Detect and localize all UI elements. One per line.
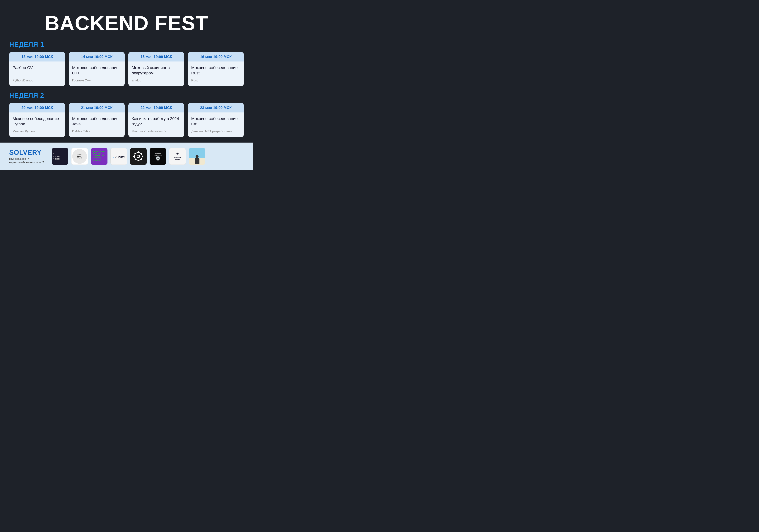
card-subtitle: Moscow Python xyxy=(13,130,62,133)
partner-codereview: #include <stdio> using std:: challenge l… xyxy=(91,148,107,165)
partner-uproger: uproger xyxy=(110,148,127,165)
week2-cards-row: 20 мая 19:00 МСК Моковое собеседование P… xyxy=(9,103,244,137)
codereview-text: #include <stdio> using std:: challenge l… xyxy=(93,151,105,162)
week2-card-1[interactable]: 20 мая 19:00 МСК Моковое собеседование P… xyxy=(9,103,65,137)
week1-section: НЕДЕЛЯ 1 13 мая 19:00 МСК Разбор CV Pyth… xyxy=(9,41,244,86)
card-title: Как искать работу в 2024 году? xyxy=(132,116,181,127)
card-date: 20 мая 19:00 МСК xyxy=(13,105,62,110)
week2-card-2[interactable]: 21 мая 19:00 МСК Моковое собеседование J… xyxy=(69,103,125,137)
card-header: 23 мая 19:00 МСК xyxy=(188,103,244,112)
partner-hardcore: Hardcoreprogrammer 💀 xyxy=(149,148,166,165)
hardcore-text: Hardcoreprogrammer xyxy=(153,152,162,156)
week1-label: НЕДЕЛЯ 1 xyxy=(9,41,244,48)
moscow-python-text: MoscowPython xyxy=(174,156,181,161)
card-date: 15 мая 19:00 МСК xyxy=(132,55,181,59)
dotnet-lines: 12 | {.Net}3 ▣▣▣ xyxy=(53,153,60,160)
card-title: Моковое собеседование Rust xyxy=(191,65,241,76)
card-header: 16 мая 19:00 МСК xyxy=(188,52,244,61)
card-date: 14 мая 19:00 МСК xyxy=(72,55,122,59)
card-title: Моковое собеседование Java xyxy=(72,116,122,127)
week1-card-4[interactable]: 16 мая 19:00 МСК Моковое собеседование R… xyxy=(188,52,244,86)
card-header: 14 мая 19:00 МСК xyxy=(69,52,125,61)
card-subtitle: Грогаем C++ xyxy=(72,79,122,82)
card-title: Моковое собеседование Python xyxy=(13,116,62,127)
partner-dotnet: 12 | {.Net}3 ▣▣▣ xyxy=(52,148,68,165)
uproger-text: uproger xyxy=(112,154,125,158)
card-body: Разбор CV Python/Django xyxy=(9,61,65,86)
card-title: Моковый скрининг с рекрутером xyxy=(132,65,181,76)
svg-rect-5 xyxy=(133,156,135,157)
partner-moscow-python: ★ MoscowPython xyxy=(169,148,186,165)
week2-card-4[interactable]: 23 мая 19:00 МСК Моковое собеседование C… xyxy=(188,103,244,137)
solvery-desc-line1: крупнейший в РФ xyxy=(9,157,30,160)
main-container: BACKEND FEST НЕДЕЛЯ 1 13 мая 19:00 МСК Р… xyxy=(0,0,253,137)
card-subtitle: artalog xyxy=(132,79,181,82)
svg-rect-3 xyxy=(138,151,139,153)
title-section: BACKEND FEST xyxy=(9,7,244,41)
card-header: 20 мая 19:00 МСК xyxy=(9,103,65,112)
rust-gear-icon: R xyxy=(133,151,144,162)
week1-cards-row: 13 мая 19:00 МСК Разбор CV Python/Django… xyxy=(9,52,244,86)
week2-label: НЕДЕЛЯ 2 xyxy=(9,92,244,99)
card-body: Моковый скрининг с рекрутером artalog xyxy=(128,61,184,86)
svg-rect-10 xyxy=(141,158,142,160)
svg-rect-4 xyxy=(138,160,139,161)
main-title: BACKEND FEST xyxy=(9,13,244,33)
card-header: 21 мая 19:00 МСК xyxy=(69,103,125,112)
card-date: 22 мая 19:00 МСК xyxy=(132,105,181,110)
week2-section: НЕДЕЛЯ 2 20 мая 19:00 МСК Моковое собесе… xyxy=(9,92,244,137)
card-subtitle: Rust xyxy=(191,79,241,82)
card-subtitle: DMdev Talks xyxy=(72,130,122,133)
footer: SOLVERY крупнейший в РФ маркет-плейс мен… xyxy=(0,143,253,170)
card-title: Разбор CV xyxy=(13,65,62,76)
week2-card-3[interactable]: 22 мая 19:00 МСК Как искать работу в 202… xyxy=(128,103,184,137)
card-title: Моковое собеседование C++ xyxy=(72,65,122,76)
card-body: Как искать работу в 2024 году? Макс из <… xyxy=(128,112,184,137)
card-body: Моковое собеседование C++ Грогаем C++ xyxy=(69,61,125,86)
partner-dmdev: TOMDEX DMDEV TALKS xyxy=(71,148,88,165)
svg-text:R: R xyxy=(137,155,139,158)
week1-card-3[interactable]: 15 мая 19:00 МСК Моковый скрининг с рекр… xyxy=(128,52,184,86)
card-date: 16 мая 19:00 МСК xyxy=(191,55,241,59)
card-header: 13 мая 19:00 МСК xyxy=(9,52,65,61)
card-subtitle: Дневник .NET разработчика xyxy=(191,130,241,133)
week1-card-2[interactable]: 14 мая 19:00 МСК Моковое собеседование C… xyxy=(69,52,125,86)
uproger-u-letter: u xyxy=(112,154,114,158)
svg-rect-8 xyxy=(141,153,142,154)
card-body: Моковое собеседование C# Дневник .NET ра… xyxy=(188,112,244,137)
partner-person-photo xyxy=(189,148,205,165)
card-body: Моковое собеседование Python Moscow Pyth… xyxy=(9,112,65,137)
card-subtitle: Python/Django xyxy=(13,79,62,82)
card-title: Моковое собеседование C# xyxy=(191,116,241,127)
solvery-brand: SOLVERY крупнейший в РФ маркет-плейс мен… xyxy=(9,149,46,164)
week1-card-1[interactable]: 13 мая 19:00 МСК Разбор CV Python/Django xyxy=(9,52,65,86)
footer-partners: 12 | {.Net}3 ▣▣▣ TOMDEX DMDEV TALKS #inc… xyxy=(52,148,244,165)
card-header: 22 мая 19:00 МСК xyxy=(128,103,184,112)
person-silhouette xyxy=(195,148,199,165)
hardcore-icon: 💀 xyxy=(156,156,160,161)
svg-rect-6 xyxy=(142,156,143,157)
moscow-python-star-icon: ★ xyxy=(176,152,179,156)
svg-rect-7 xyxy=(134,153,136,154)
dmdev-inner: TOMDEX DMDEV TALKS xyxy=(72,149,87,164)
card-date: 21 мая 19:00 МСК xyxy=(72,105,122,110)
svg-rect-9 xyxy=(134,158,136,160)
solvery-desc-line2: маркет-плейс менторов из IT xyxy=(9,161,44,164)
card-subtitle: Макс из < codereview /> xyxy=(132,130,181,133)
card-body: Моковое собеседование Java DMdev Talks xyxy=(69,112,125,137)
card-header: 15 мая 19:00 МСК xyxy=(128,52,184,61)
card-date: 23 мая 19:00 МСК xyxy=(191,105,241,110)
partner-rust: R xyxy=(130,148,147,165)
card-date: 13 мая 19:00 МСК xyxy=(13,55,62,59)
card-body: Моковое собеседование Rust Rust xyxy=(188,61,244,86)
solvery-logo: SOLVERY xyxy=(9,149,46,156)
solvery-desc: крупнейший в РФ маркет-плейс менторов из… xyxy=(9,157,46,164)
